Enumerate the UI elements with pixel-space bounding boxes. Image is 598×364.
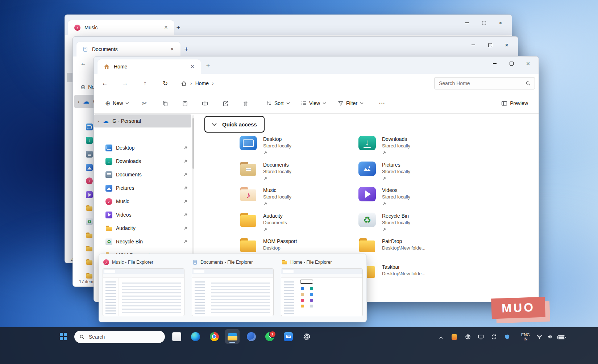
quick-access-item-desktop[interactable]: Desktop Stored locally	[240, 136, 291, 155]
app-icon-light[interactable]	[169, 329, 184, 344]
minimize-button[interactable]	[465, 39, 482, 51]
window-preview-documents[interactable]: Documents - File Explorer	[192, 258, 274, 316]
preview-thumbnail[interactable]	[192, 268, 274, 316]
taskbar-search-input[interactable]	[88, 334, 140, 340]
tray-app-icon[interactable]	[452, 334, 457, 340]
wifi-icon[interactable]	[536, 334, 543, 339]
sidebar-item-pictures[interactable]: Pictures	[95, 181, 191, 194]
new-button[interactable]: ⊕ New	[102, 97, 132, 109]
quick-access-item-mom-passport[interactable]: MOM Passport Desktop	[240, 238, 297, 252]
preview-button[interactable]: Preview	[498, 97, 531, 109]
sidebar-item-onedrive[interactable]: › ☁ G - Personal	[94, 114, 191, 127]
sidebar-item-recycle-bin[interactable]: ♻ Recycle Bin	[95, 235, 191, 248]
maximize-button[interactable]	[476, 17, 492, 29]
folder-icon[interactable]	[86, 205, 93, 212]
filter-button[interactable]: Filter	[335, 97, 367, 109]
chrome-icon[interactable]	[207, 329, 221, 344]
display-icon[interactable]	[478, 334, 484, 340]
file-explorer-icon[interactable]	[225, 329, 240, 344]
sidebar-item-documents[interactable]: Documents	[95, 168, 191, 181]
sidebar-item-desktop[interactable]: Desktop	[95, 141, 191, 154]
videos-folder-icon[interactable]	[86, 191, 93, 198]
sort-button[interactable]: Sort	[263, 97, 293, 109]
whatsapp-icon[interactable]: 1	[262, 329, 277, 344]
quick-access-item-documents[interactable]: Documents Stored locally	[240, 162, 291, 181]
volume-icon[interactable]	[547, 334, 553, 339]
maximize-button[interactable]	[482, 39, 498, 51]
window-preview-music[interactable]: ♪ Music - File Explorer	[103, 258, 184, 316]
close-button[interactable]: ×	[492, 17, 509, 29]
copy-button[interactable]	[159, 97, 171, 109]
recycle-bin-icon[interactable]: ♻	[86, 218, 93, 225]
window-preview-home[interactable]: Home - File Explorer	[281, 258, 363, 316]
home-icon[interactable]	[181, 80, 187, 87]
quick-access-item-audacity[interactable]: Audacity Documents	[240, 213, 287, 232]
back-button[interactable]: ←	[77, 57, 90, 70]
search-box[interactable]	[434, 77, 535, 89]
close-button[interactable]: ×	[520, 57, 536, 70]
battery-icon[interactable]	[557, 335, 565, 339]
collapse-chevron-icon[interactable]	[212, 123, 217, 126]
quick-access-item-downloads[interactable]: ↓ Downloads Stored locally	[358, 136, 410, 155]
quick-access-item-pictures[interactable]: Pictures Stored locally	[358, 162, 410, 181]
expand-chevron-icon[interactable]: ›	[97, 118, 99, 124]
taskbar-search[interactable]	[74, 331, 165, 343]
defender-shield-icon[interactable]	[504, 334, 510, 340]
desktop-folder-icon[interactable]	[86, 124, 93, 130]
breadcrumb-root[interactable]: Home	[195, 80, 209, 86]
forward-button[interactable]: →	[119, 77, 132, 89]
cut-button[interactable]: ✂	[139, 97, 150, 109]
view-button[interactable]: View	[298, 97, 329, 109]
sync-icon[interactable]	[491, 334, 497, 340]
mail-icon[interactable]	[281, 329, 295, 344]
edge-icon[interactable]	[188, 329, 203, 344]
maximize-button[interactable]	[503, 57, 520, 70]
refresh-button[interactable]: ↻	[159, 77, 172, 89]
quick-access-item-music[interactable]: ♪ Music Stored locally	[240, 187, 291, 206]
quick-access-item-recycle-bin[interactable]: ♻ Recycle Bin Stored locally	[358, 213, 410, 232]
sidebar-item-music[interactable]: ♪ Music	[95, 195, 191, 208]
pictures-folder-icon[interactable]	[86, 164, 93, 171]
search-icon[interactable]	[526, 81, 531, 86]
minimize-button[interactable]	[459, 17, 476, 29]
sidebar-item-downloads[interactable]: ↓ Downloads	[95, 155, 191, 168]
folder-icon[interactable]	[86, 232, 93, 239]
tab-close-icon[interactable]: ×	[188, 63, 196, 71]
documents-folder-icon[interactable]	[86, 151, 93, 158]
paste-button[interactable]	[179, 97, 191, 109]
preview-thumbnail[interactable]	[103, 268, 184, 316]
start-button[interactable]	[56, 329, 71, 344]
language-switcher[interactable]: ENG IN	[519, 332, 532, 341]
tab-music[interactable]: ♪ Music ×	[68, 20, 174, 35]
tab-close-icon[interactable]: ×	[168, 45, 176, 53]
folder-icon[interactable]	[86, 259, 93, 265]
new-tab-button[interactable]: +	[174, 23, 183, 32]
up-button[interactable]: ↑	[138, 77, 151, 89]
folder-icon[interactable]	[86, 245, 93, 252]
search-input[interactable]	[438, 80, 526, 87]
quick-access-header[interactable]: Quick access	[204, 116, 265, 133]
breadcrumb-chevron-icon[interactable]: ›	[212, 80, 214, 86]
quick-access-item-pairdrop[interactable]: PairDrop Desktop\New folde...	[358, 238, 425, 252]
share-button[interactable]	[219, 97, 232, 109]
tab-home[interactable]: Home ×	[97, 59, 201, 74]
tray-expand-chevron-icon[interactable]	[437, 334, 445, 342]
preview-thumbnail[interactable]	[281, 268, 363, 316]
folder-icon[interactable]	[86, 272, 93, 279]
phone-link-icon[interactable]	[244, 329, 258, 344]
new-tab-button[interactable]: +	[182, 45, 191, 54]
sidebar-item-videos[interactable]: Videos	[95, 208, 191, 221]
back-button[interactable]: ←	[98, 77, 111, 89]
minimize-button[interactable]	[486, 57, 503, 70]
globe-icon[interactable]	[465, 334, 471, 340]
delete-button[interactable]	[239, 97, 252, 109]
more-options-button[interactable]: ···	[376, 97, 389, 109]
close-button[interactable]: ×	[498, 39, 515, 51]
tab-documents[interactable]: Documents ×	[76, 42, 180, 57]
quick-access-item-videos[interactable]: Videos Stored locally	[358, 187, 410, 206]
sidebar-scrollbar-thumb[interactable]	[192, 118, 194, 169]
settings-gear-icon[interactable]	[299, 329, 314, 344]
tab-close-icon[interactable]: ×	[162, 24, 170, 32]
new-tab-button[interactable]: +	[203, 61, 213, 71]
music-folder-icon[interactable]: ♪	[86, 177, 93, 184]
